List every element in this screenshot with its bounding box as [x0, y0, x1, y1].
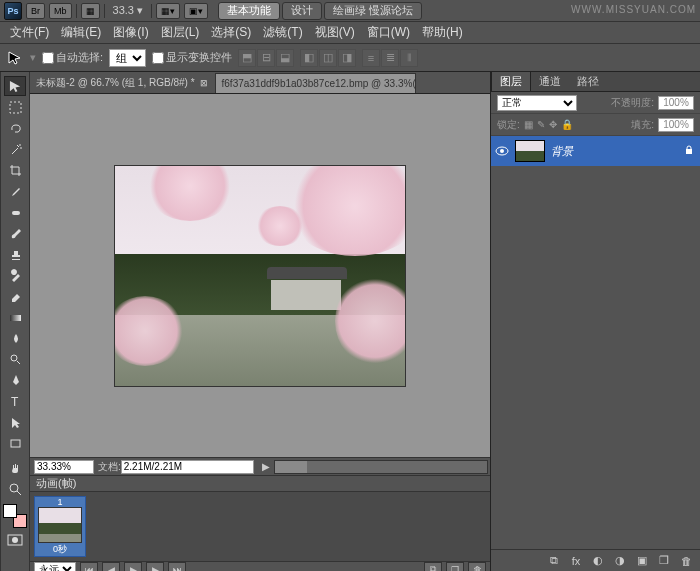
options-bar: ▾ 自动选择: 组 显示变换控件 ⬒ ⊟ ⬓ ◧ ◫ ◨ ≡ ≣ ⦀ — [0, 44, 700, 72]
doc-tab-1[interactable]: 未标题-2 @ 66.7% (组 1, RGB/8#) *⊠ — [30, 73, 216, 93]
path-select-tool[interactable] — [4, 412, 26, 432]
tween-button[interactable]: ⧉ — [424, 562, 442, 571]
doc-size — [121, 460, 254, 474]
auto-select-type[interactable]: 组 — [109, 49, 146, 67]
menu-window[interactable]: 窗口(W) — [361, 24, 416, 41]
opacity-input[interactable] — [658, 96, 694, 110]
doc-tab-2[interactable]: f6f37a31ddf9b1a03b87ce12.bmp @ 33.3%(RGB… — [216, 73, 416, 93]
layer-fx-icon[interactable]: fx — [568, 553, 584, 569]
dist-1-icon[interactable]: ≡ — [362, 49, 380, 67]
svg-rect-0 — [10, 102, 21, 113]
eyedropper-tool[interactable] — [4, 181, 26, 201]
show-transform-checkbox[interactable]: 显示变换控件 — [152, 50, 232, 65]
lock-icon — [684, 145, 696, 157]
layers-list: 背景 — [491, 136, 700, 549]
eraser-tool[interactable] — [4, 286, 26, 306]
menu-filter[interactable]: 滤镜(T) — [257, 24, 308, 41]
history-brush-tool[interactable] — [4, 265, 26, 285]
lock-position-icon[interactable]: ✥ — [549, 119, 557, 130]
new-frame-button[interactable]: ❐ — [446, 562, 464, 571]
delete-frame-button[interactable]: 🗑 — [468, 562, 486, 571]
heal-tool[interactable] — [4, 202, 26, 222]
document-tabs: 未标题-2 @ 66.7% (组 1, RGB/8#) *⊠ f6f37a31d… — [30, 72, 490, 94]
brush-tool[interactable] — [4, 223, 26, 243]
menu-edit[interactable]: 编辑(E) — [55, 24, 107, 41]
opacity-label: 不透明度: — [611, 96, 654, 110]
gradient-tool[interactable] — [4, 307, 26, 327]
watermark: WWW.MISSYUAN.COM — [571, 4, 696, 15]
hand-tool[interactable] — [4, 458, 26, 478]
lock-transparent-icon[interactable]: ▦ — [524, 119, 533, 130]
quick-mask-button[interactable] — [4, 532, 26, 548]
loop-select[interactable]: 永远 — [34, 562, 76, 571]
crop-tool[interactable] — [4, 160, 26, 180]
menu-select[interactable]: 选择(S) — [205, 24, 257, 41]
color-swatches[interactable] — [3, 504, 27, 528]
stamp-tool[interactable] — [4, 244, 26, 264]
tab-channels[interactable]: 通道 — [531, 72, 569, 91]
lasso-tool[interactable] — [4, 118, 26, 138]
wand-tool[interactable] — [4, 139, 26, 159]
align-vcenter-icon[interactable]: ⊟ — [257, 49, 275, 67]
zoom-input[interactable] — [34, 460, 94, 474]
screen-mode-button[interactable]: ▣▾ — [184, 3, 208, 19]
play-button[interactable]: ▶ — [124, 562, 142, 571]
shape-tool[interactable] — [4, 433, 26, 453]
toolbox: T — [0, 72, 30, 571]
blur-tool[interactable] — [4, 328, 26, 348]
canvas-area[interactable] — [30, 94, 490, 457]
next-frame-button[interactable]: ▶ — [146, 562, 164, 571]
dist-2-icon[interactable]: ≣ — [381, 49, 399, 67]
tab-paths[interactable]: 路径 — [569, 72, 607, 91]
svg-rect-5 — [11, 440, 20, 447]
minibridge-button[interactable]: Mb — [49, 3, 72, 19]
adjustment-layer-icon[interactable]: ◑ — [612, 553, 628, 569]
menu-help[interactable]: 帮助(H) — [416, 24, 469, 41]
new-layer-icon[interactable]: ❐ — [656, 553, 672, 569]
blend-mode-select[interactable]: 正常 — [497, 95, 577, 111]
first-frame-button[interactable]: ⏮ — [80, 562, 98, 571]
align-right-icon[interactable]: ◨ — [338, 49, 356, 67]
move-tool[interactable] — [4, 76, 26, 96]
align-top-icon[interactable]: ⬒ — [238, 49, 256, 67]
zoom-tool[interactable] — [4, 479, 26, 499]
layer-background[interactable]: 背景 — [491, 136, 700, 166]
layer-mask-icon[interactable]: ◐ — [590, 553, 606, 569]
menu-file[interactable]: 文件(F) — [4, 24, 55, 41]
dist-3-icon[interactable]: ⦀ — [400, 49, 418, 67]
workspace-custom[interactable]: 绘画绿 慢源论坛 — [324, 2, 422, 20]
link-layers-icon[interactable]: ⧉ — [546, 553, 562, 569]
type-tool[interactable]: T — [4, 391, 26, 411]
align-left-icon[interactable]: ◧ — [300, 49, 318, 67]
workspace-essentials[interactable]: 基本功能 — [218, 2, 280, 20]
zoom-level[interactable]: 33.3 ▾ — [109, 4, 147, 17]
auto-select-checkbox[interactable]: 自动选择: — [42, 50, 103, 65]
h-scrollbar[interactable] — [274, 460, 488, 474]
dodge-tool[interactable] — [4, 349, 26, 369]
arrange-docs-button[interactable]: ▦▾ — [156, 3, 180, 19]
animation-frame-1[interactable]: 1 0秒 — [34, 496, 86, 557]
lock-all-icon[interactable]: 🔒 — [561, 119, 573, 130]
lock-pixels-icon[interactable]: ✎ — [537, 119, 545, 130]
tab-layers[interactable]: 图层 — [491, 71, 531, 91]
close-icon[interactable]: ⊠ — [199, 78, 209, 88]
view-extras-button[interactable]: ▦ — [81, 3, 100, 19]
prev-frame-button[interactable]: ◀ — [102, 562, 120, 571]
fill-input[interactable] — [658, 118, 694, 132]
delete-layer-icon[interactable]: 🗑 — [678, 553, 694, 569]
chevron-right-icon[interactable]: ▶ — [258, 461, 274, 472]
workspace-design[interactable]: 设计 — [282, 2, 322, 20]
align-bottom-icon[interactable]: ⬓ — [276, 49, 294, 67]
svg-rect-11 — [686, 149, 692, 154]
pen-tool[interactable] — [4, 370, 26, 390]
menu-layer[interactable]: 图层(L) — [155, 24, 206, 41]
layer-name[interactable]: 背景 — [551, 144, 678, 159]
new-group-icon[interactable]: ▣ — [634, 553, 650, 569]
menu-view[interactable]: 视图(V) — [309, 24, 361, 41]
visibility-icon[interactable] — [495, 144, 509, 158]
bridge-button[interactable]: Br — [26, 3, 45, 19]
align-hcenter-icon[interactable]: ◫ — [319, 49, 337, 67]
marquee-tool[interactable] — [4, 97, 26, 117]
last-frame-button[interactable]: ⏭ — [168, 562, 186, 571]
menu-image[interactable]: 图像(I) — [107, 24, 154, 41]
